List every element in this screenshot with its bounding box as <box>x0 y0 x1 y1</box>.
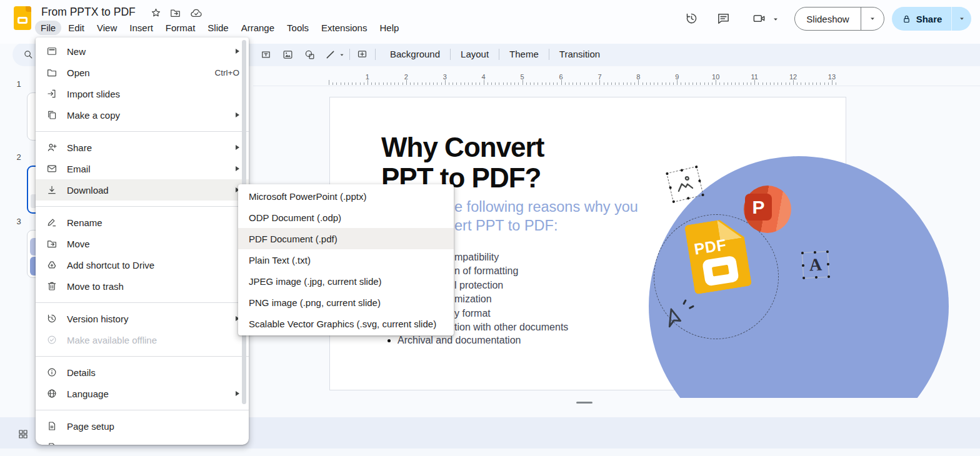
submenu-item-plain-text-txt[interactable]: Plain Text (.txt) <box>238 249 454 270</box>
submenu-item-microsoft-powerpoint-pptx[interactable]: Microsoft PowerPoint (.pptx) <box>238 186 454 207</box>
menu-item-add-shortcut-to-drive[interactable]: Add shortcut to Drive <box>36 254 249 275</box>
selection-handle[interactable] <box>701 194 704 196</box>
ruler-tick <box>371 82 372 85</box>
ruler-tick <box>758 82 759 85</box>
selection-handle[interactable] <box>802 277 805 279</box>
submenu-item-jpeg-image-jpg-current-slide[interactable]: JPEG image (.jpg, current slide) <box>238 270 454 292</box>
menubar-edit[interactable]: Edit <box>62 21 90 35</box>
insert-image-icon[interactable] <box>282 49 294 61</box>
cursor-sketch-icon[interactable] <box>658 304 686 332</box>
selection-handle[interactable] <box>826 250 829 253</box>
slideshow-button[interactable]: Slideshow <box>795 14 861 24</box>
insert-line-icon[interactable] <box>324 49 336 61</box>
menubar-arrange[interactable]: Arrange <box>236 21 280 35</box>
camera-caret-icon[interactable] <box>771 15 780 24</box>
slide-bullet-fragment: tion with other documents <box>454 320 568 334</box>
submenu-item-scalable-vector-graphics-svg-current-slide[interactable]: Scalable Vector Graphics (.svg, current … <box>238 313 454 334</box>
menu-item-download[interactable]: Download <box>36 179 249 201</box>
open-folder-icon <box>46 67 58 78</box>
selection-handle[interactable] <box>698 179 701 182</box>
submenu-item-odp-document-odp[interactable]: ODP Document (.odp) <box>238 207 454 228</box>
slide-subtitle-fragment[interactable]: e following reasons why you <box>454 199 638 216</box>
submenu-item-pdf-document-pdf[interactable]: PDF Document (.pdf) <box>238 228 454 249</box>
ruler-tick <box>638 80 639 85</box>
slide-bullet-item[interactable]: Archival and documentation <box>388 335 521 346</box>
selection-handle[interactable] <box>814 251 816 254</box>
menu-item-label: Rename <box>67 217 239 228</box>
comments-icon[interactable] <box>716 11 731 26</box>
menu-item-rename[interactable]: Rename <box>36 212 249 233</box>
trash-icon <box>46 280 58 292</box>
menubar-tools[interactable]: Tools <box>281 21 314 35</box>
ruler-tick <box>437 82 438 85</box>
menubar-file[interactable]: File <box>35 21 61 35</box>
menu-item-language[interactable]: Language <box>36 383 249 404</box>
star-icon[interactable] <box>150 7 162 19</box>
document-title[interactable]: From PPTX to PDF <box>41 6 136 19</box>
slideshow-caret-button[interactable] <box>861 14 884 23</box>
menu-item-import-slides[interactable]: Import slides <box>36 83 249 104</box>
menu-item-label: Open <box>67 67 215 78</box>
share-caret-button[interactable] <box>952 7 971 31</box>
menu-item-clipped[interactable] <box>36 437 249 445</box>
cloud-saved-icon[interactable] <box>190 7 202 19</box>
search-icon[interactable] <box>22 49 34 60</box>
menubar-insert[interactable]: Insert <box>124 21 159 35</box>
version-history-icon[interactable] <box>684 11 699 26</box>
selection-handle[interactable] <box>695 166 698 168</box>
layout-button[interactable]: Layout <box>451 42 499 66</box>
selection-handle[interactable] <box>827 263 829 265</box>
menu-item-new[interactable]: New <box>36 41 249 62</box>
menubar-view[interactable]: View <box>91 21 122 35</box>
powerpoint-icon[interactable]: P <box>744 186 791 233</box>
slide-bullet-list[interactable]: mpatibilityn of formattingl protectionmi… <box>454 250 568 334</box>
camera-presentation-icon[interactable] <box>752 11 766 26</box>
notes-drag-handle[interactable] <box>576 402 592 404</box>
insert-comment-icon[interactable] <box>356 49 368 61</box>
selection-handle[interactable] <box>801 252 804 254</box>
menu-item-move-to-trash[interactable]: Move to trash <box>36 275 249 297</box>
ruler-tick <box>751 82 751 85</box>
menu-item-page-setup[interactable]: Page setup <box>36 415 249 437</box>
selection-handle[interactable] <box>669 186 671 189</box>
transition-button[interactable]: Transition <box>549 42 610 66</box>
menu-item-share[interactable]: Share <box>36 137 249 158</box>
slide-subtitle-fragment[interactable]: ert PPT to PDF: <box>454 217 558 234</box>
ruler-tick <box>549 82 550 85</box>
menubar-slide[interactable]: Slide <box>202 21 234 35</box>
ruler-tick <box>754 80 755 85</box>
selection-handle[interactable] <box>828 275 830 278</box>
submenu-arrow-icon <box>236 166 239 171</box>
grid-view-icon[interactable] <box>18 429 29 440</box>
selection-handle[interactable] <box>666 172 668 175</box>
menu-item-version-history[interactable]: Version history <box>36 308 249 329</box>
ruler-tick <box>360 82 361 85</box>
menu-item-move[interactable]: Move <box>36 233 249 254</box>
selection-handle[interactable] <box>680 169 682 171</box>
line-caret-icon[interactable] <box>338 51 346 59</box>
menu-item-open[interactable]: OpenCtrl+O <box>36 62 249 83</box>
menu-item-details[interactable]: Details <box>36 362 249 383</box>
ruler-tick <box>596 82 596 85</box>
menubar-extensions[interactable]: Extensions <box>316 21 372 35</box>
menu-item-email[interactable]: Email <box>36 158 249 179</box>
menu-item-make-a-copy[interactable]: Make a copy <box>36 104 249 126</box>
background-button[interactable]: Background <box>380 42 450 66</box>
pdf-file-icon[interactable]: PDF <box>684 216 752 294</box>
move-folder-icon[interactable] <box>169 7 181 19</box>
selection-handle[interactable] <box>802 264 804 267</box>
text-box-icon[interactable] <box>260 49 272 61</box>
submenu-item-png-image-png-current-slide[interactable]: PNG image (.png, current slide) <box>238 292 454 313</box>
text-letter-object[interactable]: A <box>802 251 829 279</box>
menubar-help[interactable]: Help <box>374 21 404 35</box>
selection-handle[interactable] <box>672 201 674 203</box>
menubar-format[interactable]: Format <box>160 21 201 35</box>
insert-shape-icon[interactable] <box>304 49 316 61</box>
share-button-group: Share <box>892 7 971 31</box>
google-slides-logo[interactable] <box>14 6 31 30</box>
download-icon <box>46 184 58 196</box>
theme-button[interactable]: Theme <box>499 42 549 66</box>
selection-handle[interactable] <box>815 276 818 279</box>
share-button[interactable]: Share <box>892 7 951 31</box>
page-icon <box>46 420 58 432</box>
